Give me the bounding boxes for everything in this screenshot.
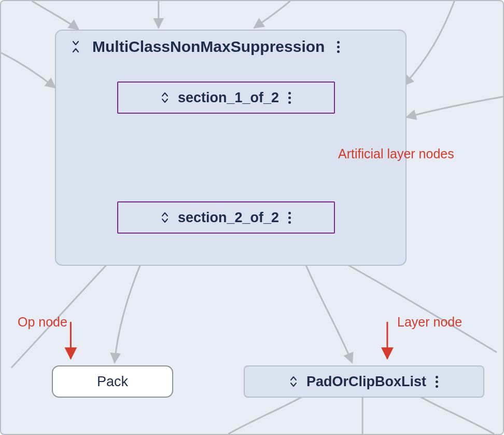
section-node-1[interactable]: section_1_of_2	[117, 81, 335, 114]
kebab-menu-icon[interactable]	[288, 212, 291, 224]
op-node-title: Pack	[97, 374, 128, 390]
layer-node-padorclipboxlist[interactable]: PadOrClipBoxList	[244, 365, 484, 398]
kebab-menu-icon[interactable]	[288, 92, 291, 104]
kebab-menu-icon[interactable]	[436, 376, 438, 388]
annotation-layer-node: Layer node	[397, 315, 462, 330]
group-title: MultiClassNonMaxSuppression	[92, 38, 325, 56]
section-node-2[interactable]: section_2_of_2	[117, 201, 335, 234]
section-2-title: section_2_of_2	[178, 210, 279, 226]
expand-icon[interactable]	[290, 376, 297, 387]
expand-icon[interactable]	[161, 212, 169, 223]
section-1-title: section_1_of_2	[178, 90, 279, 106]
op-node-pack[interactable]: Pack	[52, 365, 173, 398]
graph-canvas: MultiClassNonMaxSuppression section_1_of…	[0, 0, 504, 435]
annotation-op-node: Op node	[18, 315, 67, 330]
collapse-icon[interactable]	[72, 41, 80, 52]
expand-icon[interactable]	[161, 92, 169, 103]
annotation-artificial-layer-nodes: Artificial layer nodes	[338, 146, 454, 161]
layer-node-title: PadOrClipBoxList	[306, 374, 426, 390]
kebab-menu-icon[interactable]	[337, 41, 340, 53]
